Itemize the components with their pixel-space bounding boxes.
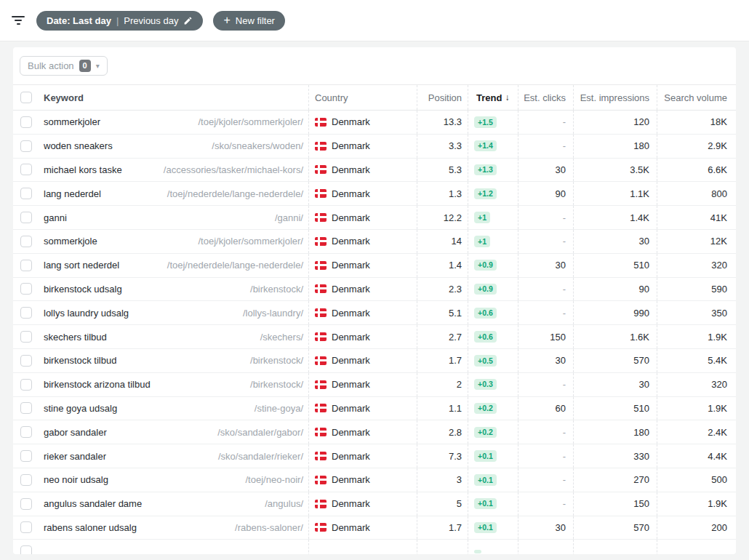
position-value: 2.7 bbox=[449, 332, 462, 343]
row-checkbox[interactable] bbox=[20, 545, 32, 554]
est-impressions-value: 1.6K bbox=[630, 332, 649, 343]
table-row[interactable]: birkenstock udsalg /birkenstock/ Denmark… bbox=[13, 278, 736, 302]
est-impressions-value: 120 bbox=[633, 116, 649, 127]
position-value: 5.1 bbox=[449, 308, 462, 319]
denmark-flag-icon bbox=[315, 308, 327, 317]
table-row[interactable]: stine goya udsalg /stine-goya/ Denmark 1… bbox=[13, 397, 736, 421]
row-checkbox[interactable] bbox=[20, 474, 32, 486]
row-checkbox[interactable] bbox=[20, 260, 32, 271]
column-header-position[interactable]: Position bbox=[428, 92, 462, 103]
row-checkbox[interactable] bbox=[20, 379, 32, 391]
column-header-trend[interactable]: Trend bbox=[476, 92, 502, 103]
est-impressions-value: 1.4K bbox=[630, 212, 649, 223]
search-volume-value: 1.9K bbox=[708, 332, 727, 343]
keyword-url: /sko/sandaler/gabor/ bbox=[217, 427, 308, 438]
keyword-text: lollys laundry udsalg bbox=[44, 308, 129, 319]
keyword-url: /toej/kjoler/sommerkjoler/ bbox=[199, 116, 309, 127]
row-checkbox[interactable] bbox=[20, 498, 32, 510]
sort-desc-icon[interactable]: ↓ bbox=[505, 92, 509, 103]
row-checkbox[interactable] bbox=[20, 426, 32, 438]
table-row[interactable]: woden sneakers /sko/sneakers/woden/ Denm… bbox=[13, 135, 736, 159]
keyword-text: neo noir udsalg bbox=[44, 474, 108, 485]
table-row[interactable]: birkenstock tilbud /birkenstock/ Denmark… bbox=[13, 349, 736, 373]
table-row[interactable]: sommerkjole /toej/kjoler/sommerkjoler/ D… bbox=[13, 230, 736, 254]
row-checkbox[interactable] bbox=[20, 450, 32, 462]
table-row[interactable]: lollys laundry udsalg /lollys-laundry/ D… bbox=[13, 301, 736, 325]
table-row[interactable] bbox=[13, 540, 736, 554]
denmark-flag-icon bbox=[315, 261, 327, 270]
position-value: 7.3 bbox=[449, 451, 462, 462]
search-volume-value: 2.9K bbox=[708, 140, 727, 151]
row-checkbox[interactable] bbox=[20, 236, 32, 247]
column-header-keyword[interactable]: Keyword bbox=[44, 92, 84, 103]
table-row[interactable]: lang nederdel /toej/nederdele/lange-nede… bbox=[13, 182, 736, 206]
trend-badge: +0.2 bbox=[474, 403, 497, 415]
select-all-checkbox[interactable] bbox=[20, 92, 32, 103]
top-filter-bar: Date: Last day | Previous day + New filt… bbox=[0, 0, 749, 41]
keyword-url: /toej/nederdele/lange-nederdele/ bbox=[167, 188, 308, 199]
table-row[interactable]: rabens saloner udsalg /rabens-saloner/ D… bbox=[13, 516, 736, 540]
table-row[interactable]: neo noir udsalg /toej/neo-noir/ Denmark … bbox=[13, 468, 736, 492]
search-volume-value: 5.4K bbox=[708, 355, 727, 366]
table-row[interactable]: skechers tilbud /skechers/ Denmark 2.7 +… bbox=[13, 325, 736, 349]
keyword-text: lang sort nederdel bbox=[44, 260, 119, 271]
row-checkbox[interactable] bbox=[20, 283, 32, 295]
table-row[interactable]: angulus sandaler dame /angulus/ Denmark … bbox=[13, 492, 736, 516]
position-value: 5.3 bbox=[449, 164, 462, 175]
country-name: Denmark bbox=[332, 188, 370, 199]
position-value: 1.1 bbox=[449, 403, 462, 414]
table-row[interactable]: birkenstock arizona tilbud /birkenstock/… bbox=[13, 373, 736, 397]
table-row[interactable]: ganni /ganni/ Denmark 12.2 +1 - 1.4K 41K bbox=[13, 206, 736, 230]
keyword-text: skechers tilbud bbox=[44, 332, 107, 343]
row-checkbox[interactable] bbox=[20, 331, 32, 343]
country-name: Denmark bbox=[332, 140, 370, 151]
table-row[interactable]: rieker sandaler /sko/sandaler/rieker/ De… bbox=[13, 444, 736, 468]
country-name: Denmark bbox=[332, 379, 370, 390]
row-checkbox[interactable] bbox=[20, 212, 32, 223]
row-checkbox[interactable] bbox=[20, 355, 32, 367]
row-checkbox[interactable] bbox=[20, 188, 32, 199]
table-row[interactable]: gabor sandaler /sko/sandaler/gabor/ Denm… bbox=[13, 420, 736, 444]
filter-icon[interactable] bbox=[10, 14, 26, 27]
search-volume-value: 800 bbox=[711, 188, 727, 199]
table-header-row: Keyword Country Position Trend ↓ Est. cl… bbox=[13, 85, 736, 111]
row-checkbox[interactable] bbox=[20, 140, 32, 152]
row-checkbox[interactable] bbox=[20, 521, 32, 533]
position-value: 1.4 bbox=[449, 260, 462, 271]
new-filter-button[interactable]: + New filter bbox=[213, 11, 285, 31]
row-checkbox[interactable] bbox=[20, 307, 32, 319]
table-row[interactable]: michael kors taske /accessories/tasker/m… bbox=[13, 159, 736, 183]
denmark-flag-icon bbox=[315, 189, 327, 198]
est-impressions-value: 270 bbox=[633, 474, 649, 485]
table-body: sommerkjoler /toej/kjoler/sommerkjoler/ … bbox=[13, 111, 736, 554]
keyword-url: /rabens-saloner/ bbox=[235, 522, 308, 533]
table-row[interactable]: lang sort nederdel /toej/nederdele/lange… bbox=[13, 254, 736, 278]
row-checkbox[interactable] bbox=[20, 116, 32, 128]
keyword-url: /lollys-laundry/ bbox=[243, 308, 308, 319]
column-header-est-clicks[interactable]: Est. clicks bbox=[524, 92, 566, 103]
column-header-est-impressions[interactable]: Est. impressions bbox=[580, 92, 649, 103]
column-header-country[interactable]: Country bbox=[315, 92, 348, 103]
denmark-flag-icon bbox=[315, 428, 327, 436]
edit-icon bbox=[183, 16, 193, 25]
row-checkbox[interactable] bbox=[20, 402, 32, 414]
search-volume-value: 2.4K bbox=[708, 427, 727, 438]
trend-badge: +0.6 bbox=[474, 331, 497, 343]
table-row[interactable]: sommerkjoler /toej/kjoler/sommerkjoler/ … bbox=[13, 111, 736, 135]
country-name: Denmark bbox=[332, 451, 370, 462]
position-value: 1.7 bbox=[449, 355, 462, 366]
search-volume-value: 200 bbox=[711, 522, 727, 533]
keyword-url: /skechers/ bbox=[260, 332, 308, 343]
chevron-down-icon: ▾ bbox=[96, 62, 100, 70]
country-name: Denmark bbox=[332, 284, 370, 295]
est-impressions-value: 570 bbox=[633, 355, 649, 366]
bulk-count-badge: 0 bbox=[79, 60, 91, 71]
position-value: 2.3 bbox=[449, 284, 462, 295]
trend-badge: +0.3 bbox=[474, 379, 497, 391]
column-header-search-volume[interactable]: Search volume bbox=[664, 92, 727, 103]
est-clicks-value: - bbox=[563, 284, 566, 295]
est-impressions-value: 570 bbox=[633, 522, 649, 533]
date-filter-pill[interactable]: Date: Last day | Previous day bbox=[36, 11, 203, 31]
row-checkbox[interactable] bbox=[20, 164, 32, 175]
bulk-action-button[interactable]: Bulk action 0 ▾ bbox=[20, 56, 108, 76]
